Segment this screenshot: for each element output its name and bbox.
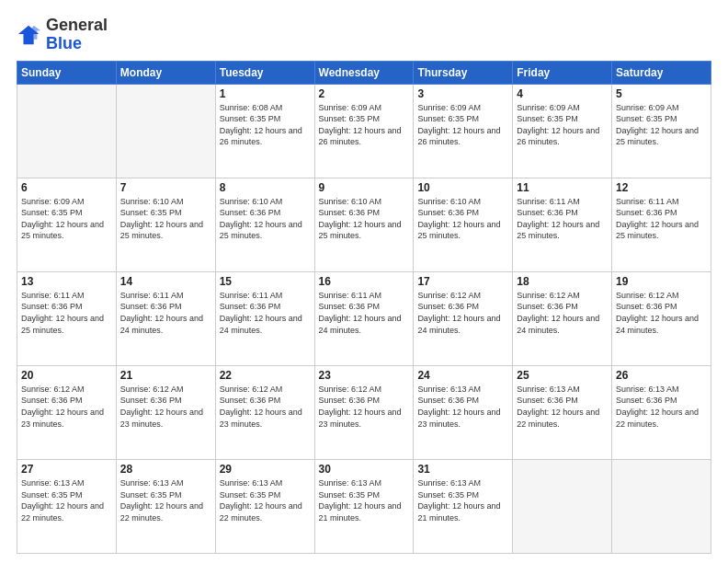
calendar-week-row: 27Sunrise: 6:13 AM Sunset: 6:35 PM Dayli… [17,459,711,553]
day-number: 23 [319,369,410,382]
day-number: 10 [417,181,508,194]
day-info: Sunrise: 6:11 AM Sunset: 6:36 PM Dayligh… [220,290,311,336]
calendar-cell: 4Sunrise: 6:09 AM Sunset: 6:35 PM Daylig… [513,84,612,178]
weekday-header: Tuesday [215,61,314,84]
weekday-header: Saturday [612,61,711,84]
day-info: Sunrise: 6:09 AM Sunset: 6:35 PM Dayligh… [417,102,508,148]
calendar-cell: 10Sunrise: 6:10 AM Sunset: 6:36 PM Dayli… [414,178,513,271]
day-number: 11 [517,181,608,194]
calendar-cell: 24Sunrise: 6:13 AM Sunset: 6:36 PM Dayli… [414,365,513,459]
day-number: 3 [417,87,508,100]
calendar-cell: 30Sunrise: 6:13 AM Sunset: 6:35 PM Dayli… [314,459,414,553]
day-number: 12 [616,181,707,194]
calendar-header-row: SundayMondayTuesdayWednesdayThursdayFrid… [17,61,711,84]
day-number: 31 [417,463,508,476]
calendar-cell: 22Sunrise: 6:12 AM Sunset: 6:36 PM Dayli… [215,365,314,459]
day-number: 14 [120,275,211,288]
day-number: 30 [319,463,410,476]
day-info: Sunrise: 6:13 AM Sunset: 6:35 PM Dayligh… [220,477,311,523]
day-info: Sunrise: 6:13 AM Sunset: 6:35 PM Dayligh… [120,477,211,523]
calendar-cell: 5Sunrise: 6:09 AM Sunset: 6:35 PM Daylig… [612,84,711,178]
day-number: 20 [21,369,112,382]
day-info: Sunrise: 6:10 AM Sunset: 6:36 PM Dayligh… [417,196,508,242]
day-info: Sunrise: 6:13 AM Sunset: 6:35 PM Dayligh… [319,477,410,523]
calendar-cell: 28Sunrise: 6:13 AM Sunset: 6:35 PM Dayli… [116,459,215,553]
calendar-cell: 23Sunrise: 6:12 AM Sunset: 6:36 PM Dayli… [314,365,414,459]
day-info: Sunrise: 6:09 AM Sunset: 6:35 PM Dayligh… [21,196,112,242]
day-number: 4 [517,87,608,100]
day-info: Sunrise: 6:10 AM Sunset: 6:36 PM Dayligh… [220,196,311,242]
weekday-header: Wednesday [314,61,414,84]
day-info: Sunrise: 6:08 AM Sunset: 6:35 PM Dayligh… [220,102,311,148]
logo-general-text: General [46,16,108,34]
calendar-cell: 14Sunrise: 6:11 AM Sunset: 6:36 PM Dayli… [116,271,215,365]
day-info: Sunrise: 6:11 AM Sunset: 6:36 PM Dayligh… [319,290,410,336]
calendar-cell [116,84,215,178]
day-info: Sunrise: 6:12 AM Sunset: 6:36 PM Dayligh… [417,290,508,336]
weekday-header: Monday [116,61,215,84]
day-number: 8 [220,181,311,194]
calendar-week-row: 6Sunrise: 6:09 AM Sunset: 6:35 PM Daylig… [17,178,711,271]
day-info: Sunrise: 6:12 AM Sunset: 6:36 PM Dayligh… [220,384,311,430]
weekday-header: Thursday [414,61,513,84]
day-info: Sunrise: 6:11 AM Sunset: 6:36 PM Dayligh… [21,290,112,336]
calendar-cell: 9Sunrise: 6:10 AM Sunset: 6:36 PM Daylig… [314,178,414,271]
calendar-cell [17,84,117,178]
calendar-cell [513,459,612,553]
calendar-cell: 27Sunrise: 6:13 AM Sunset: 6:35 PM Dayli… [17,459,117,553]
day-info: Sunrise: 6:11 AM Sunset: 6:36 PM Dayligh… [616,196,707,242]
day-info: Sunrise: 6:10 AM Sunset: 6:36 PM Dayligh… [319,196,410,242]
day-info: Sunrise: 6:13 AM Sunset: 6:36 PM Dayligh… [417,384,508,430]
day-info: Sunrise: 6:13 AM Sunset: 6:35 PM Dayligh… [417,477,508,523]
day-info: Sunrise: 6:12 AM Sunset: 6:36 PM Dayligh… [120,384,211,430]
calendar-cell: 18Sunrise: 6:12 AM Sunset: 6:36 PM Dayli… [513,271,612,365]
day-info: Sunrise: 6:13 AM Sunset: 6:35 PM Dayligh… [21,477,112,523]
day-info: Sunrise: 6:09 AM Sunset: 6:35 PM Dayligh… [616,102,707,148]
day-info: Sunrise: 6:11 AM Sunset: 6:36 PM Dayligh… [517,196,608,242]
calendar-cell: 20Sunrise: 6:12 AM Sunset: 6:36 PM Dayli… [17,365,117,459]
day-info: Sunrise: 6:10 AM Sunset: 6:35 PM Dayligh… [120,196,211,242]
day-number: 5 [616,87,707,100]
day-number: 24 [417,369,508,382]
day-number: 25 [517,369,608,382]
calendar-cell: 29Sunrise: 6:13 AM Sunset: 6:35 PM Dayli… [215,459,314,553]
calendar-cell: 8Sunrise: 6:10 AM Sunset: 6:36 PM Daylig… [215,178,314,271]
weekday-header: Sunday [17,61,117,84]
day-number: 16 [319,275,410,288]
day-number: 18 [517,275,608,288]
day-number: 6 [21,181,112,194]
day-number: 1 [220,87,311,100]
calendar-cell: 6Sunrise: 6:09 AM Sunset: 6:35 PM Daylig… [17,178,117,271]
calendar-cell: 21Sunrise: 6:12 AM Sunset: 6:36 PM Dayli… [116,365,215,459]
day-number: 13 [21,275,112,288]
day-number: 21 [120,369,211,382]
day-number: 9 [319,181,410,194]
calendar-cell: 15Sunrise: 6:11 AM Sunset: 6:36 PM Dayli… [215,271,314,365]
calendar-cell: 26Sunrise: 6:13 AM Sunset: 6:36 PM Dayli… [612,365,711,459]
calendar-table: SundayMondayTuesdayWednesdayThursdayFrid… [17,61,711,554]
calendar-cell: 2Sunrise: 6:09 AM Sunset: 6:35 PM Daylig… [314,84,414,178]
calendar-cell: 7Sunrise: 6:10 AM Sunset: 6:35 PM Daylig… [116,178,215,271]
day-number: 28 [120,463,211,476]
day-info: Sunrise: 6:12 AM Sunset: 6:36 PM Dayligh… [616,290,707,336]
day-number: 7 [120,181,211,194]
calendar-cell: 16Sunrise: 6:11 AM Sunset: 6:36 PM Dayli… [314,271,414,365]
calendar-cell: 1Sunrise: 6:08 AM Sunset: 6:35 PM Daylig… [215,84,314,178]
calendar-cell: 17Sunrise: 6:12 AM Sunset: 6:36 PM Dayli… [414,271,513,365]
day-info: Sunrise: 6:12 AM Sunset: 6:36 PM Dayligh… [517,290,608,336]
day-info: Sunrise: 6:12 AM Sunset: 6:36 PM Dayligh… [21,384,112,430]
day-number: 27 [21,463,112,476]
page-header: General Blue [17,17,711,53]
day-info: Sunrise: 6:12 AM Sunset: 6:36 PM Dayligh… [319,384,410,430]
day-number: 26 [616,369,707,382]
logo-blue-text: Blue [46,34,82,52]
calendar-cell: 3Sunrise: 6:09 AM Sunset: 6:35 PM Daylig… [414,84,513,178]
day-info: Sunrise: 6:13 AM Sunset: 6:36 PM Dayligh… [517,384,608,430]
day-info: Sunrise: 6:09 AM Sunset: 6:35 PM Dayligh… [517,102,608,148]
logo-icon [17,22,42,48]
day-info: Sunrise: 6:09 AM Sunset: 6:35 PM Dayligh… [319,102,410,148]
day-number: 17 [417,275,508,288]
day-info: Sunrise: 6:13 AM Sunset: 6:36 PM Dayligh… [616,384,707,430]
calendar-cell: 13Sunrise: 6:11 AM Sunset: 6:36 PM Dayli… [17,271,117,365]
calendar-week-row: 20Sunrise: 6:12 AM Sunset: 6:36 PM Dayli… [17,365,711,459]
